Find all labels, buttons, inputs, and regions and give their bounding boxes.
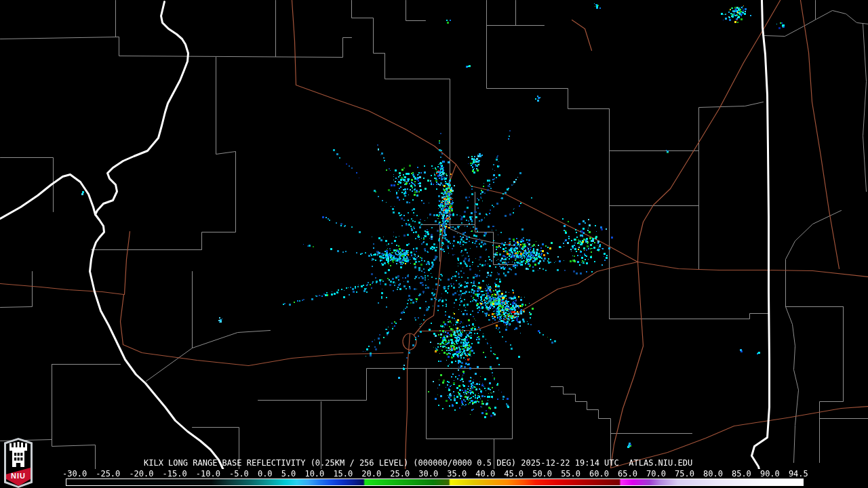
scale-tick-label: 45.0 bbox=[504, 470, 524, 479]
scale-tick-label: -25.0 bbox=[96, 470, 120, 479]
scale-tick-label: 5.0 bbox=[281, 470, 296, 479]
scale-tick-label: 94.5 bbox=[789, 470, 808, 479]
scale-tick-label: -5.0 bbox=[229, 470, 249, 479]
castle-icon bbox=[6, 442, 31, 469]
scale-tick-label: 80.0 bbox=[703, 470, 723, 479]
scale-tick-label: -20.0 bbox=[129, 470, 153, 479]
scale-tick-label: 90.0 bbox=[760, 470, 780, 479]
niu-shield-field: NIU bbox=[6, 440, 31, 486]
scale-tick-label: 85.0 bbox=[732, 470, 751, 479]
scale-tick-label: 55.0 bbox=[561, 470, 580, 479]
niu-logo: NIU bbox=[4, 438, 33, 488]
scale-tick-label: 50.0 bbox=[532, 470, 552, 479]
scale-tick-label: -15.0 bbox=[163, 470, 187, 479]
scale-tick-label: -10.0 bbox=[196, 470, 220, 479]
scale-tick-label: 60.0 bbox=[589, 470, 609, 479]
colorbar-tick-labels: -30.0-25.0-20.0-15.0-10.0-5.00.05.010.01… bbox=[62, 470, 808, 479]
product-title: KILX LONG RANGE BASE REFLECTIVITY (0.25K… bbox=[144, 459, 692, 468]
scale-tick-label: 25.0 bbox=[390, 470, 410, 479]
niu-shield-border: NIU bbox=[4, 438, 33, 488]
niu-logo-text: NIU bbox=[11, 472, 26, 480]
niu-red-band: NIU bbox=[6, 468, 31, 486]
scale-tick-label: 75.0 bbox=[675, 470, 694, 479]
scale-tick-label: 10.0 bbox=[304, 470, 324, 479]
scale-tick-label: 70.0 bbox=[646, 470, 666, 479]
scale-tick-label: 15.0 bbox=[333, 470, 353, 479]
scale-tick-label: 65.0 bbox=[618, 470, 637, 479]
radar-viewer: KILX LONG RANGE BASE REFLECTIVITY (0.25K… bbox=[0, 0, 868, 488]
scale-tick-label: 20.0 bbox=[361, 470, 381, 479]
scale-tick-label: 35.0 bbox=[447, 470, 467, 479]
reflectivity-colorbar bbox=[66, 479, 804, 486]
scale-tick-label: 40.0 bbox=[475, 470, 495, 479]
scale-tick-label: -30.0 bbox=[62, 470, 87, 479]
scale-tick-label: 0.0 bbox=[258, 470, 273, 479]
scale-tick-label: 30.0 bbox=[418, 470, 438, 479]
radar-map-canvas bbox=[0, 0, 868, 488]
